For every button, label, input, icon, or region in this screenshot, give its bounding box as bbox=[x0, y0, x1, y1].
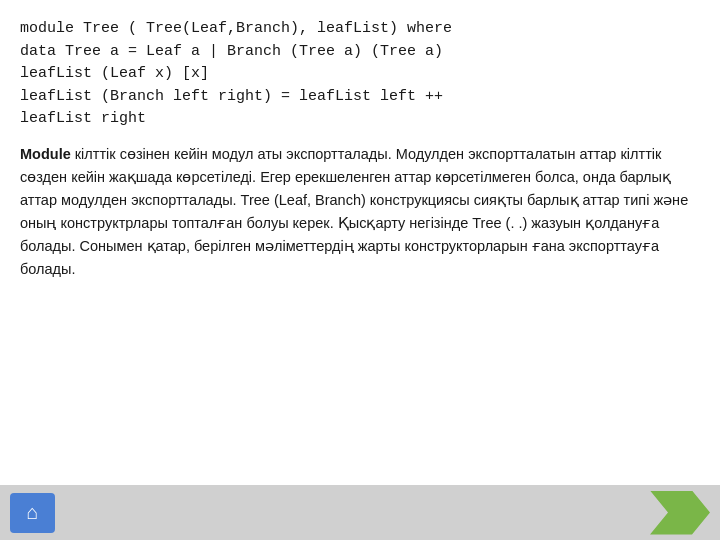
home-icon: ⌂ bbox=[26, 501, 38, 524]
main-container: module Tree ( Tree(Leaf,Branch), leafLis… bbox=[0, 0, 720, 540]
next-arrow-button[interactable] bbox=[650, 491, 710, 535]
code-line-3: leafList (Leaf x) [x] bbox=[20, 63, 700, 86]
description-paragraph: Module кілттік сөзінен кейін модул аты э… bbox=[20, 143, 700, 282]
code-line-4: leafList (Branch left right) = leafList … bbox=[20, 86, 700, 109]
code-line-2: data Tree a = Leaf a | Branch (Tree a) (… bbox=[20, 41, 700, 64]
bottom-bar: ⌂ bbox=[0, 485, 720, 540]
paragraph-text: кілттік сөзінен кейін модул аты экспортт… bbox=[20, 146, 688, 278]
code-block: module Tree ( Tree(Leaf,Branch), leafLis… bbox=[20, 18, 700, 131]
module-keyword: Module bbox=[20, 146, 71, 162]
content-area: module Tree ( Tree(Leaf,Branch), leafLis… bbox=[0, 0, 720, 540]
home-button[interactable]: ⌂ bbox=[10, 493, 55, 533]
code-line-5: leafList right bbox=[20, 108, 700, 131]
code-line-1: module Tree ( Tree(Leaf,Branch), leafLis… bbox=[20, 18, 700, 41]
